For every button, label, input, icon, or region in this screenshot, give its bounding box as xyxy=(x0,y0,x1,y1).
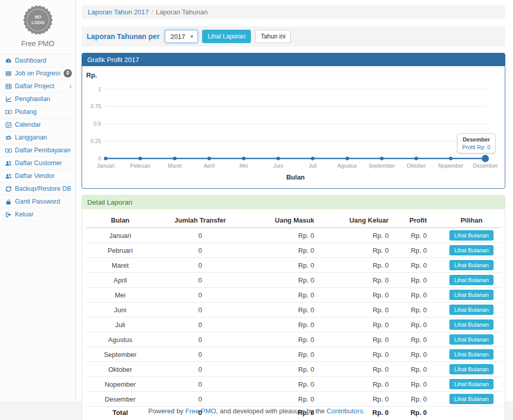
sidebar-item-keluar[interactable]: Keluar xyxy=(0,208,75,221)
table-row: Desember0Rp. 0Rp. 0Rp. 0Lihat Bulanan xyxy=(86,392,501,407)
year-select[interactable]: 2017 ▼ xyxy=(165,30,198,43)
svg-text:Maret: Maret xyxy=(168,163,182,169)
sidebar-item-label: Dashboard xyxy=(15,56,72,65)
table-row: Mei0Rp. 0Rp. 0Rp. 0Lihat Bulanan xyxy=(86,288,501,303)
sidebar-item-daftar-customer[interactable]: Daftar Customer xyxy=(0,157,75,170)
cell-uang-masuk: Rp. 0 xyxy=(246,362,336,377)
cell-uang-keluar: Rp. 0 xyxy=(336,273,396,288)
svg-text:0.25: 0.25 xyxy=(91,138,102,144)
cell-pilihan: Lihat Bulanan xyxy=(442,273,501,288)
users-icon xyxy=(5,172,12,179)
cell-jumlah-transfer: 0 xyxy=(154,317,246,332)
lihat-laporan-button[interactable]: Lihat Laporan xyxy=(202,30,251,43)
sidebar-item-job-on-progress[interactable]: Job on Progress0 xyxy=(0,67,75,80)
svg-text:Bulan: Bulan xyxy=(286,173,305,181)
cell-jumlah-transfer: 0 xyxy=(154,347,246,362)
table-row: Maret0Rp. 0Rp. 0Rp. 0Lihat Bulanan xyxy=(86,258,501,273)
col-header-uang-keluar: Uang Keluar xyxy=(336,213,396,228)
sidebar-item-label: Calendar xyxy=(15,121,72,129)
lihat-bulanan-button[interactable]: Lihat Bulanan xyxy=(449,230,493,241)
sidebar-item-backup-restore-db[interactable]: Backup/Restore DB xyxy=(0,183,75,195)
tahun-ini-button[interactable]: Tahun ini xyxy=(255,30,291,43)
cell-jumlah-transfer: 0 xyxy=(154,392,246,407)
free-pmo-link[interactable]: Free PMO xyxy=(185,407,216,415)
report-table-body: Januari0Rp. 0Rp. 0Rp. 0Lihat BulananPebr… xyxy=(86,228,501,418)
table-row: April0Rp. 0Rp. 0Rp. 0Lihat Bulanan xyxy=(86,273,501,288)
sidebar-item-langganan[interactable]: Langganan xyxy=(0,131,75,144)
sidebar-item-label: Ganti Password xyxy=(15,197,72,206)
cell-jumlah-transfer: 0 xyxy=(154,273,246,288)
breadcrumb-link-laporan-tahun[interactable]: Laporan Tahun 2017 xyxy=(88,8,149,16)
lihat-bulanan-button[interactable]: Lihat Bulanan xyxy=(449,260,493,270)
sidebar-item-ganti-password[interactable]: Ganti Password xyxy=(0,195,75,208)
cell-bulan: Januari xyxy=(86,228,154,243)
sidebar-item-label: Job on Progress xyxy=(15,69,61,77)
money-icon xyxy=(5,108,12,115)
sidebar-item-daftar-project[interactable]: Daftar Project‹ xyxy=(0,80,75,93)
cell-bulan: Maret xyxy=(86,258,154,273)
cell-uang-masuk: Rp. 0 xyxy=(246,288,336,303)
cell-profit: Rp. 0 xyxy=(396,273,442,288)
cell-uang-keluar: Rp. 0 xyxy=(336,228,396,243)
lihat-bulanan-button[interactable]: Lihat Bulanan xyxy=(449,334,493,345)
count-badge: 0 xyxy=(64,69,72,77)
cell-bulan: September xyxy=(86,347,154,362)
cell-profit: Rp. 0 xyxy=(396,243,442,258)
retweet-icon xyxy=(5,134,12,141)
cell-bulan: Oktober xyxy=(86,362,154,377)
sidebar-menu: DashboardJob on Progress0Daftar Project‹… xyxy=(0,54,75,221)
sidebar-item-penghasilan[interactable]: Penghasilan xyxy=(0,93,75,106)
cell-uang-masuk: Rp. 0 xyxy=(246,243,336,258)
cell-uang-masuk: Rp. 0 xyxy=(246,258,336,273)
cell-uang-keluar: Rp. 0 xyxy=(336,377,396,392)
cell-uang-keluar: Rp. 0 xyxy=(336,332,396,347)
svg-text:September: September xyxy=(368,163,395,169)
chart-tooltip: Desember Profit Rp: 0 xyxy=(457,133,496,153)
sidebar-item-piutang[interactable]: Piutang xyxy=(0,106,75,118)
sidebar-item-dashboard[interactable]: Dashboard xyxy=(0,54,75,67)
cell-pilihan: Lihat Bulanan xyxy=(442,362,501,377)
profit-chart-panel: Grafik Profit 2017 Rp.00.250.50.751Janua… xyxy=(82,53,505,189)
sidebar-item-calendar[interactable]: Calendar xyxy=(0,118,75,131)
cell-profit: Rp. 0 xyxy=(396,362,442,377)
sidebar-item-label: Keluar xyxy=(15,210,72,218)
sidebar-item-daftar-pembayaran[interactable]: Daftar Pembayaran xyxy=(0,144,75,157)
sidebar-item-label: Daftar Customer xyxy=(15,159,72,167)
cell-uang-keluar: Rp. 0 xyxy=(336,288,396,303)
table-icon xyxy=(5,83,12,90)
svg-text:Nopember: Nopember xyxy=(438,163,464,169)
sidebar-item-label: Daftar Project xyxy=(15,82,66,90)
table-row: Juli0Rp. 0Rp. 0Rp. 0Lihat Bulanan xyxy=(86,317,501,332)
table-row: Juni0Rp. 0Rp. 0Rp. 0Lihat Bulanan xyxy=(86,303,501,317)
lihat-bulanan-button[interactable]: Lihat Bulanan xyxy=(449,319,493,330)
lihat-bulanan-button[interactable]: Lihat Bulanan xyxy=(449,290,493,300)
lihat-bulanan-button[interactable]: Lihat Bulanan xyxy=(449,394,493,404)
sidebar-item-label: Penghasilan xyxy=(15,95,72,103)
lihat-bulanan-button[interactable]: Lihat Bulanan xyxy=(449,379,493,389)
cell-profit: Rp. 0 xyxy=(396,288,442,303)
dashboard-icon xyxy=(5,57,12,64)
cell-uang-masuk: Rp. 0 xyxy=(246,317,336,332)
cell-uang-masuk: Rp. 0 xyxy=(246,392,336,407)
chart-canvas: Rp.00.250.50.751JanuariPebruariMaretApri… xyxy=(82,66,504,188)
detail-report-panel: Detail Laporan Bulan Jumlah Transfer Uan… xyxy=(82,195,505,420)
lihat-bulanan-button[interactable]: Lihat Bulanan xyxy=(449,275,493,285)
no-logo-seal: NO LOGO xyxy=(22,30,54,37)
lihat-bulanan-button[interactable]: Lihat Bulanan xyxy=(449,245,493,255)
sidebar-item-label: Piutang xyxy=(15,108,72,116)
sidebar: NO LOGO Free PMO DashboardJob on Progres… xyxy=(0,0,76,402)
users-icon xyxy=(5,159,12,167)
cell-profit: Rp. 0 xyxy=(396,303,442,317)
lihat-bulanan-button[interactable]: Lihat Bulanan xyxy=(449,305,493,315)
sign-out-icon xyxy=(5,211,12,218)
cell-profit: Rp. 0 xyxy=(396,392,442,407)
contributors-link[interactable]: Contributors xyxy=(327,407,363,415)
cell-jumlah-transfer: 0 xyxy=(154,332,246,347)
lihat-bulanan-button[interactable]: Lihat Bulanan xyxy=(449,364,493,374)
lihat-bulanan-button[interactable]: Lihat Bulanan xyxy=(449,349,493,359)
cell-pilihan: Lihat Bulanan xyxy=(442,377,501,392)
svg-text:April: April xyxy=(204,163,214,169)
sidebar-item-daftar-vendor[interactable]: Daftar Vendor xyxy=(0,170,75,183)
sidebar-item-label: Daftar Vendor xyxy=(15,172,72,180)
logo-box: NO LOGO Free PMO xyxy=(0,0,75,50)
